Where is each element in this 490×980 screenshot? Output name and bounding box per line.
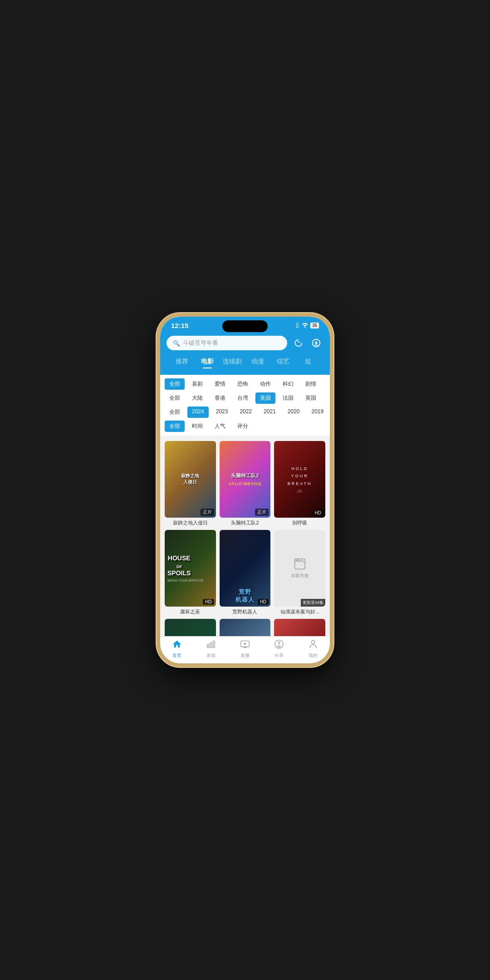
- movie-title-2: 头脑特工队2: [220, 519, 271, 526]
- filter-year-2023[interactable]: 2023: [211, 407, 233, 418]
- filter-genre-scifi[interactable]: 科幻: [278, 378, 298, 390]
- filter-year-2019[interactable]: 2019: [307, 407, 325, 418]
- movie-item-5[interactable]: 荒野机器人 HD 荒野机器人: [220, 530, 271, 615]
- profile-label: 我的: [309, 652, 318, 659]
- filter-region-mainland[interactable]: 大陆: [187, 392, 207, 404]
- movie-item-9[interactable]: ⚔️: [274, 619, 325, 636]
- movie-item-2[interactable]: 头脑特工队2 6月21日 情绪大作战 正片 头脑特工队2: [220, 441, 271, 526]
- filter-year-2024[interactable]: 2024: [187, 407, 209, 418]
- filter-region-all[interactable]: 全部: [165, 392, 185, 404]
- filter-year-2022[interactable]: 2022: [235, 407, 256, 418]
- movie-badge-2: 正片: [255, 509, 269, 516]
- filter-sort-all[interactable]: 全部: [165, 421, 185, 432]
- filter-genre-horror[interactable]: 恐怖: [233, 378, 253, 390]
- bottom-nav-home[interactable]: 首页: [160, 639, 194, 659]
- filter-genre-romance[interactable]: 爱情: [210, 378, 230, 390]
- tab-movie[interactable]: 电影: [195, 355, 220, 370]
- movie-badge-5: HD: [258, 599, 269, 605]
- bottom-nav-live[interactable]: 直播: [228, 639, 262, 659]
- share-label: 分享: [274, 652, 284, 659]
- filter-genre-all[interactable]: 全部: [165, 378, 185, 390]
- svg-rect-5: [210, 642, 212, 647]
- movie-item-6[interactable]: 加载失败 更新至04集 仙境谋杀案与好...: [274, 530, 325, 615]
- bottom-nav-profile[interactable]: 我的: [296, 639, 330, 659]
- svg-rect-4: [207, 644, 209, 647]
- movie-item-4[interactable]: HOUSEOFSPOILS BRING YOUR APPETITE HD 腐坏之…: [165, 530, 216, 615]
- filter-region-tw[interactable]: 台湾: [233, 392, 253, 404]
- filter-region-fr[interactable]: 法国: [278, 392, 298, 404]
- live-label: 直播: [240, 652, 250, 659]
- movie-poster-9: ⚔️: [274, 619, 325, 636]
- dynamic-island: [222, 320, 268, 332]
- phone-screen: 12:15 🌙 ⣿ 35 🔍 斗破苍穹年番: [160, 317, 330, 663]
- filter-year-all[interactable]: 全部: [165, 407, 185, 418]
- movie-poster-6: 加载失败 更新至04集: [274, 530, 325, 607]
- svg-marker-8: [244, 642, 247, 645]
- movie-badge-4: HD: [203, 599, 214, 605]
- filter-region-jp[interactable]: 日本: [323, 392, 325, 404]
- nav-tabs: 推荐 电影 连续剧 动漫 综艺 短: [167, 355, 323, 370]
- movie-poster-4: HOUSEOFSPOILS BRING YOUR APPETITE HD: [165, 530, 216, 607]
- filter-sort-rating[interactable]: 评分: [233, 421, 253, 432]
- filter-genre-drama[interactable]: 剧情: [301, 378, 321, 390]
- movie-poster-7: KILLERHEAT: [165, 619, 216, 636]
- filter-genre-comedy[interactable]: 喜剧: [187, 378, 207, 390]
- region-filter-row: 全部 大陆 香港 台湾 美国 法国 英国 日本: [165, 392, 325, 404]
- signal-icon: ⣿: [295, 322, 299, 328]
- movie-poster-3: HOLDYOURBREATH (屏) HD: [274, 441, 325, 518]
- search-icon: 🔍: [173, 340, 180, 347]
- movie-item-8[interactable]: "a genuinely moving tribute to friendshi…: [220, 619, 271, 636]
- search-row: 🔍 斗破苍穹年番: [167, 336, 323, 350]
- filter-genre-war[interactable]: 战争: [323, 378, 325, 390]
- share-icon: [274, 639, 284, 652]
- tab-series[interactable]: 连续剧: [220, 355, 245, 370]
- filter-region-hk[interactable]: 香港: [210, 392, 230, 404]
- phone-frame: 12:15 🌙 ⣿ 35 🔍 斗破苍穹年番: [157, 313, 333, 667]
- movie-item-1[interactable]: 寂静之地入侵日 正片 寂静之地入侵日: [165, 441, 216, 526]
- bottom-nav-share[interactable]: 分享: [262, 639, 296, 659]
- filter-sort-time[interactable]: 时间: [187, 421, 207, 432]
- search-bar[interactable]: 🔍 斗破苍穹年番: [167, 336, 287, 350]
- tab-variety[interactable]: 综艺: [270, 355, 296, 370]
- movie-title-6: 仙境谋杀案与好...: [274, 608, 325, 615]
- filter-sort-popularity[interactable]: 人气: [210, 421, 230, 432]
- svg-point-3: [297, 560, 299, 562]
- filter-region-uk[interactable]: 英国: [301, 392, 321, 404]
- year-filter-row: 全部 2024 2023 2022 2021 2020 2019: [165, 407, 325, 418]
- profile-icon: [308, 639, 318, 652]
- genre-filter-row: 全部 喜剧 爱情 恐怖 动作 科幻 剧情 战争: [165, 378, 325, 390]
- filter-region-us[interactable]: 美国: [255, 392, 275, 404]
- tab-short[interactable]: 短: [295, 355, 321, 370]
- download-button[interactable]: [309, 336, 323, 350]
- movie-poster-8: "a genuinely moving tribute to friendshi…: [220, 619, 271, 636]
- movie-item-3[interactable]: HOLDYOURBREATH (屏) HD 别呼吸: [274, 441, 325, 526]
- tab-anime[interactable]: 动漫: [245, 355, 270, 370]
- movie-badge-1: 正片: [201, 509, 214, 516]
- movie-poster-1: 寂静之地入侵日 正片: [165, 441, 216, 518]
- load-failed-text: 加载失败: [291, 573, 309, 579]
- filter-year-2020[interactable]: 2020: [283, 407, 304, 418]
- search-placeholder-text: 斗破苍穹年番: [183, 339, 218, 347]
- svg-point-10: [311, 641, 314, 644]
- discover-icon: [206, 639, 216, 652]
- filter-year-2021[interactable]: 2021: [259, 407, 280, 418]
- movie-title-4: 腐坏之巫: [165, 608, 216, 615]
- movie-badge-6: 更新至04集: [301, 599, 325, 607]
- home-icon: [172, 639, 182, 652]
- movie-badge-3: HD: [313, 510, 323, 516]
- svg-rect-6: [213, 641, 215, 648]
- wifi-icon: [302, 322, 308, 329]
- home-label: 首页: [172, 652, 181, 659]
- movie-title-5: 荒野机器人: [220, 608, 271, 615]
- bottom-nav-discover[interactable]: 发现: [194, 639, 228, 659]
- status-time: 12:15: [171, 322, 188, 329]
- discover-label: 发现: [206, 652, 216, 659]
- filter-genre-action[interactable]: 动作: [255, 378, 275, 390]
- header: 🔍 斗破苍穹年番 推荐: [160, 332, 330, 375]
- content-area: 全部 喜剧 爱情 恐怖 动作 科幻 剧情 战争 全部 大陆 香港 台湾 美国 法…: [160, 375, 330, 636]
- movie-poster-2: 头脑特工队2 6月21日 情绪大作战 正片: [220, 441, 271, 518]
- history-button[interactable]: [291, 336, 305, 350]
- movie-poster-5: 荒野机器人 HD: [220, 530, 271, 607]
- movie-item-7[interactable]: KILLERHEAT KILLER HEAT: [165, 619, 216, 636]
- tab-recommend[interactable]: 推荐: [169, 355, 195, 370]
